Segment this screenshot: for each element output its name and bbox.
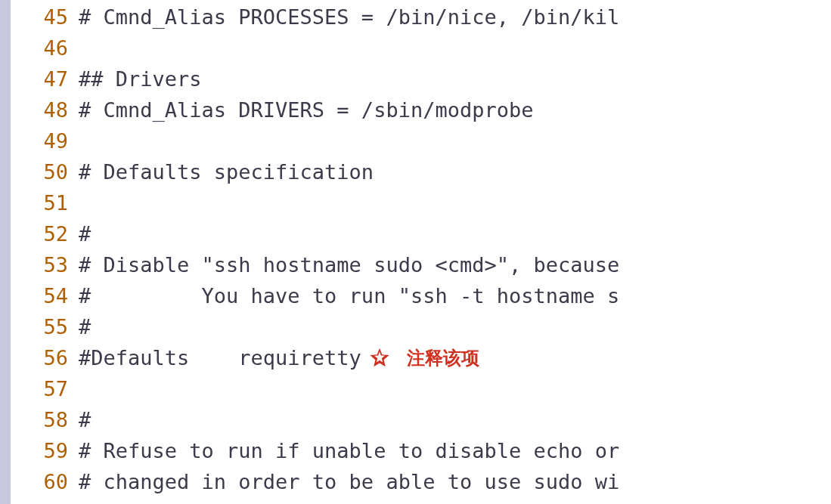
code-line: 49 [11, 125, 619, 156]
line-content: # You have to run "ssh -t hostname s [79, 284, 619, 308]
code-line: 56 #Defaults requiretty 注释该项 [11, 342, 619, 373]
line-content: # Cmnd_Alias PROCESSES = /bin/nice, /bin… [79, 5, 619, 29]
line-number: 60 [11, 470, 79, 493]
code-line: 54 # You have to run "ssh -t hostname s [11, 280, 619, 311]
line-content: # changed in order to be able to use sud… [79, 470, 619, 493]
line-number: 59 [11, 439, 79, 462]
code-line: 58 # [11, 404, 619, 435]
line-number: 55 [11, 315, 79, 339]
code-line: 47 ## Drivers [11, 63, 619, 94]
line-content: # Cmnd_Alias DRIVERS = /sbin/modprobe [79, 98, 533, 122]
code-line: 52 # [11, 218, 619, 249]
star-icon [367, 346, 392, 370]
code-line: 46 [11, 32, 619, 63]
line-number: 52 [11, 222, 79, 246]
line-number: 50 [11, 160, 79, 184]
line-number: 46 [11, 36, 79, 60]
line-number: 54 [11, 284, 79, 308]
line-number: 51 [11, 191, 79, 215]
annotation-text: 注释该项 [407, 346, 479, 370]
code-line: 59 # Refuse to run if unable to disable … [11, 435, 619, 466]
line-content: # [79, 315, 91, 339]
line-content: # Disable "ssh hostname sudo <cmd>", bec… [79, 253, 619, 277]
line-content: # Refuse to run if unable to disable ech… [79, 439, 619, 462]
line-content: # Defaults specification [79, 160, 374, 184]
code-line: 45 # Cmnd_Alias PROCESSES = /bin/nice, /… [11, 2, 619, 32]
code-line: 60 # changed in order to be able to use … [11, 466, 619, 497]
code-line: 57 [11, 373, 619, 404]
code-line: 50 # Defaults specification [11, 156, 619, 187]
line-text: #Defaults requiretty [79, 346, 361, 369]
line-number: 48 [11, 98, 79, 122]
line-number: 58 [11, 408, 79, 431]
line-content: #Defaults requiretty 注释该项 [79, 346, 479, 370]
line-number: 57 [11, 377, 79, 400]
code-line: 53 # Disable "ssh hostname sudo <cmd>", … [11, 249, 619, 280]
code-block: 45 # Cmnd_Alias PROCESSES = /bin/nice, /… [11, 0, 619, 497]
line-content: # [79, 408, 91, 431]
code-line: 51 [11, 187, 619, 218]
code-line: 55 # [11, 311, 619, 342]
line-content: ## Drivers [79, 67, 202, 91]
line-number: 56 [11, 346, 79, 369]
line-number: 49 [11, 129, 79, 153]
line-number: 53 [11, 253, 79, 277]
line-content: # [79, 222, 91, 246]
line-number: 47 [11, 67, 79, 91]
left-margin-bar [0, 0, 11, 504]
code-line: 48 # Cmnd_Alias DRIVERS = /sbin/modprobe [11, 94, 619, 125]
line-number: 45 [11, 5, 79, 29]
